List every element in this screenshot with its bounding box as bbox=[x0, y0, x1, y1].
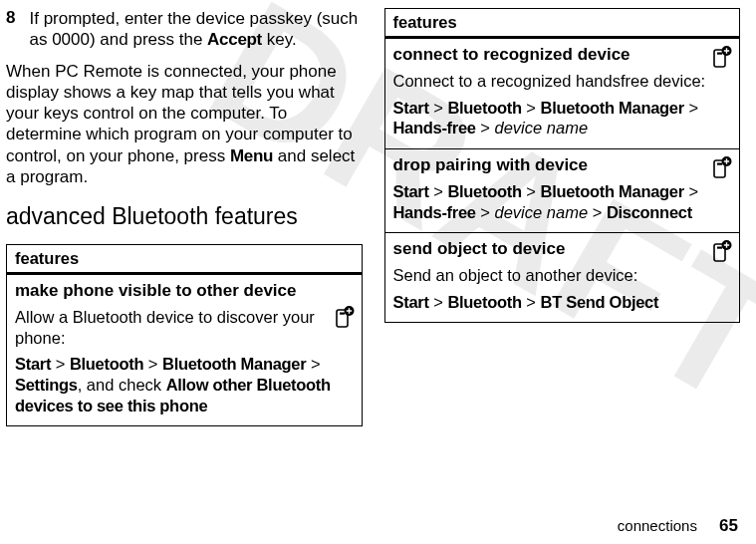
menu-key: Menu bbox=[230, 146, 273, 165]
path-settings: Settings bbox=[15, 376, 78, 394]
left-column: 8 If prompted, enter the device passkey … bbox=[6, 8, 361, 426]
feat2-body-text: Connect to a recognized handsfree device… bbox=[393, 72, 706, 90]
feature-drop-body: Start > Bluetooth > Bluetooth Manager > … bbox=[393, 181, 732, 222]
feature-connect-body: Connect to a recognized handsfree device… bbox=[393, 71, 732, 138]
feature-connect-title: connect to recognized device bbox=[393, 45, 732, 65]
feature-connect-cell: connect to recognized device Connect to … bbox=[385, 38, 740, 148]
sep: > bbox=[476, 203, 495, 221]
bluetooth-plus-icon bbox=[707, 239, 733, 265]
svg-rect-1 bbox=[340, 313, 345, 315]
sep: > bbox=[522, 293, 541, 311]
p2-hf: Hands-free bbox=[393, 119, 476, 136]
p2-mgr: Bluetooth Manager bbox=[541, 99, 684, 117]
p2-dn: device name bbox=[495, 119, 589, 136]
feature-send-cell: send object to device Send an object to … bbox=[385, 232, 740, 322]
svg-rect-7 bbox=[717, 162, 722, 164]
bluetooth-plus-icon bbox=[707, 45, 733, 71]
accept-key: Accept bbox=[207, 30, 262, 49]
bluetooth-plus-icon bbox=[707, 155, 733, 181]
step-text: If prompted, enter the device passkey (s… bbox=[29, 8, 360, 51]
feature-visible-title: make phone visible to other device bbox=[15, 281, 354, 301]
page-footer: connections 65 bbox=[618, 516, 738, 536]
p3-dn: device name bbox=[495, 203, 589, 221]
sep: > bbox=[684, 182, 698, 200]
sep: > bbox=[522, 182, 541, 200]
step-text-b: key. bbox=[262, 30, 297, 49]
features-header-right: features bbox=[385, 9, 740, 38]
sep: > bbox=[588, 203, 607, 221]
feature-send-body: Send an object to another device: Start … bbox=[393, 265, 732, 312]
sep: > bbox=[476, 119, 495, 136]
p3-mgr: Bluetooth Manager bbox=[541, 182, 684, 200]
path-start: Start bbox=[15, 355, 51, 373]
right-column: features connect to recognized device Co… bbox=[384, 8, 739, 426]
page-number: 65 bbox=[719, 516, 738, 535]
sep: > bbox=[522, 99, 541, 117]
sep: > bbox=[684, 99, 698, 117]
tail: , and check bbox=[78, 376, 166, 394]
sep: > bbox=[429, 182, 448, 200]
svg-rect-10 bbox=[717, 247, 722, 249]
p4-start: Start bbox=[393, 293, 429, 311]
p3-disc: Disconnect bbox=[607, 203, 692, 221]
p4-send: BT Send Object bbox=[541, 293, 659, 311]
p3-bt: Bluetooth bbox=[447, 182, 521, 200]
sep: > bbox=[51, 355, 70, 373]
feat1-body-text: Allow a Bluetooth device to discover you… bbox=[15, 308, 315, 347]
feature-send-title: send object to device bbox=[393, 239, 732, 259]
section-heading: advanced Bluetooth features bbox=[6, 203, 361, 230]
step-8-row: 8 If prompted, enter the device passkey … bbox=[6, 8, 361, 51]
sep: > bbox=[306, 355, 320, 373]
p3-start: Start bbox=[393, 182, 429, 200]
p2-bt: Bluetooth bbox=[447, 99, 521, 117]
bluetooth-plus-icon bbox=[330, 305, 356, 331]
features-header: features bbox=[7, 245, 362, 274]
p4-bt: Bluetooth bbox=[447, 293, 521, 311]
path-mgr: Bluetooth Manager bbox=[162, 355, 306, 373]
features-table-left: features make phone visible to other dev… bbox=[6, 244, 363, 426]
step-text-a: If prompted, enter the device passkey (s… bbox=[29, 9, 358, 49]
sep: > bbox=[429, 99, 448, 117]
sep: > bbox=[429, 293, 448, 311]
feature-visible-cell: make phone visible to other device Allow… bbox=[7, 274, 362, 425]
sep: > bbox=[143, 355, 162, 373]
step-number: 8 bbox=[6, 8, 15, 28]
feature-drop-cell: drop pairing with device Start > Bluetoo… bbox=[385, 148, 740, 232]
pc-remote-paragraph: When PC Remote is connected, your phone … bbox=[6, 61, 361, 188]
feat4-body-text: Send an object to another device: bbox=[393, 266, 638, 284]
feature-visible-body: Allow a Bluetooth device to discover you… bbox=[15, 307, 354, 415]
path-bt: Bluetooth bbox=[70, 355, 143, 373]
p2-start: Start bbox=[393, 99, 429, 117]
feature-drop-title: drop pairing with device bbox=[393, 155, 732, 175]
footer-section: connections bbox=[618, 517, 697, 534]
svg-rect-4 bbox=[717, 53, 722, 55]
features-table-right: features connect to recognized device Co… bbox=[384, 8, 741, 323]
page-content: 8 If prompted, enter the device passkey … bbox=[0, 0, 756, 426]
p3-hf: Hands-free bbox=[393, 203, 476, 221]
